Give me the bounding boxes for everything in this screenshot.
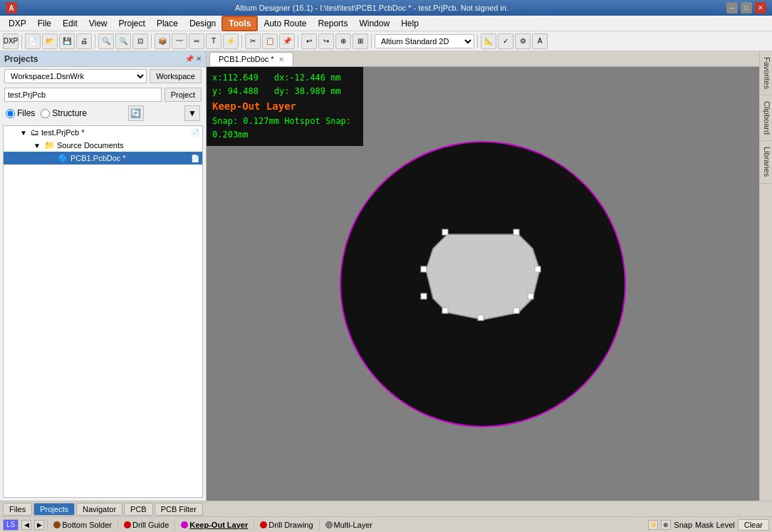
layer-sep-5 [319,519,320,531]
tb-redo[interactable]: ↪ [318,33,334,49]
workspace-button[interactable]: Workspace [150,69,202,83]
coord-y: y: 94.488 dy: 38.989 mm [212,85,358,98]
tb-sep-2 [95,34,95,48]
clipboard-tab[interactable]: Clipboard [760,95,773,141]
folder-icon: 📁 [44,140,55,150]
btab-files[interactable]: Files [3,503,32,516]
btab-pcb[interactable]: PCB [124,503,153,516]
projects-panel: Projects 📌 ✕ Workspace1.DsnWrk Workspace… [0,51,207,501]
tb-zoom-out[interactable]: 🔍 [115,33,131,49]
structure-radio[interactable]: Structure [41,108,87,118]
workspace-combo[interactable]: Workspace1.DsnWrk [4,69,147,83]
panel-config-btn[interactable]: ▼ [184,105,200,121]
layer-next[interactable]: ▶ [34,520,44,530]
project-icon: 🗂 [31,127,39,137]
menu-place[interactable]: Place [151,17,184,30]
tb-snap[interactable]: ⊕ [335,33,351,49]
btab-pcb-filter[interactable]: PCB Filter [155,503,203,516]
tb-save[interactable]: 💾 [59,33,75,49]
menu-view[interactable]: View [83,17,113,30]
panel-close-btn[interactable]: ✕ [196,55,202,63]
layer-drill-guide[interactable]: Drill Guide [121,521,172,529]
tb-component[interactable]: 📦 [155,33,170,49]
snap-btn[interactable]: ⊕ [661,520,671,530]
tb-undo[interactable]: ↩ [301,33,317,49]
pcb-svg [305,106,661,462]
tb-text[interactable]: A [532,33,548,49]
menu-dxp[interactable]: DXP [3,17,32,30]
minimize-button[interactable]: – [726,2,738,14]
tb-cut[interactable]: ✂ [245,33,261,49]
svg-rect-3 [513,229,519,235]
workspace-row: Workspace1.DsnWrk Workspace [0,67,206,85]
tb-dxp[interactable]: DXP [3,33,19,49]
tb-fit[interactable]: ⊡ [132,33,148,49]
menu-reports[interactable]: Reports [312,17,353,30]
multi-layer-dot [325,521,333,528]
pcb-tab[interactable]: PCB1.PcbDoc * ✕ [209,52,293,66]
menubar: DXP File Edit View Project Place Design … [0,16,772,31]
tree-item-project[interactable]: ▼ 🗂 test.PrjPcb * 📄 [4,126,202,139]
favorites-tab[interactable]: Favorites [760,51,773,95]
svg-rect-6 [513,308,519,313]
panel-refresh-btn[interactable]: 🔄 [128,105,144,121]
menu-project[interactable]: Project [113,17,151,30]
project-button[interactable]: Project [165,88,202,102]
tb-grid[interactable]: ⊞ [353,33,368,49]
menu-tools[interactable]: Tools [221,16,258,31]
tb-rules[interactable]: 📐 [481,33,496,49]
main-layout: Projects 📌 ✕ Workspace1.DsnWrk Workspace… [0,51,772,501]
view-combo[interactable]: Altium Standard 2D [375,34,474,48]
tb-sep-4 [241,34,242,48]
tab-close[interactable]: ✕ [278,56,284,63]
layer-indicator[interactable]: LS [3,519,19,531]
btab-projects[interactable]: Projects [33,503,75,516]
layer-multi[interactable]: Multi-Layer [323,521,375,529]
menu-autoroute[interactable]: Auto Route [258,17,312,30]
libraries-tab[interactable]: Libraries [760,141,773,183]
svg-rect-9 [421,293,427,299]
tree-item-pcb1[interactable]: 🔷 PCB1.PcbDoc * 📄 [4,152,202,165]
tb-sep-7 [477,34,478,48]
tb-new[interactable]: 📄 [25,33,41,49]
menu-design[interactable]: Design [184,17,221,30]
project-row: Project [0,85,206,104]
btab-navigator[interactable]: Navigator [76,503,122,516]
layer-keepout[interactable]: Keep-Out Layer [178,521,251,529]
tb-zoom-in[interactable]: 🔍 [98,33,114,49]
coord-x: x:112.649 dx:-12.446 mm [212,71,358,85]
clear-button[interactable]: Clear [738,519,769,531]
menu-file[interactable]: File [32,17,57,30]
pcb-file-icon: 🔷 [58,153,68,163]
files-radio[interactable]: Files [6,108,35,118]
tree-item-source-docs[interactable]: ▼ 📁 Source Documents [4,139,202,152]
panel-pin-btn[interactable]: 📌 [185,55,194,63]
layer-prev[interactable]: ◀ [21,520,31,530]
menu-window[interactable]: Window [353,17,395,30]
tb-power[interactable]: ⚡ [223,33,239,49]
tb-label[interactable]: T [206,33,221,49]
tb-bus[interactable]: ═ [189,33,204,49]
menu-edit[interactable]: Edit [57,17,83,30]
projects-panel-title: Projects [4,54,38,64]
tb-param[interactable]: ⚙ [515,33,531,49]
tb-sep-1 [21,34,22,48]
tb-wire[interactable]: 〰 [172,33,187,49]
tb-paste[interactable]: 📌 [279,33,295,49]
tb-print[interactable]: 🖨 [76,33,92,49]
pcb-canvas[interactable]: x:112.649 dx:-12.446 mm y: 94.488 dy: 38… [207,67,759,501]
tb-open[interactable]: 📂 [42,33,58,49]
menu-help[interactable]: Help [395,17,424,30]
maximize-button[interactable]: □ [741,2,752,14]
layer-drill-drawing[interactable]: Drill Drawing [257,521,315,529]
pcb-modified-icon: 📄 [191,155,199,162]
layer-bottom-solder[interactable]: Bottom Solder [51,521,115,529]
canvas-area: PCB1.PcbDoc * ✕ x:112.649 dx:-12.446 mm … [207,51,759,501]
close-button[interactable]: ✕ [755,2,766,14]
projects-panel-header: Projects 📌 ✕ [0,51,206,67]
drc-btn[interactable]: ⚡ [648,520,658,530]
project-input[interactable] [4,88,162,102]
tb-drc[interactable]: ✓ [498,33,513,49]
view-mode-row: Files Structure 🔄 ▼ [0,104,206,122]
tb-copy[interactable]: 📋 [262,33,278,49]
